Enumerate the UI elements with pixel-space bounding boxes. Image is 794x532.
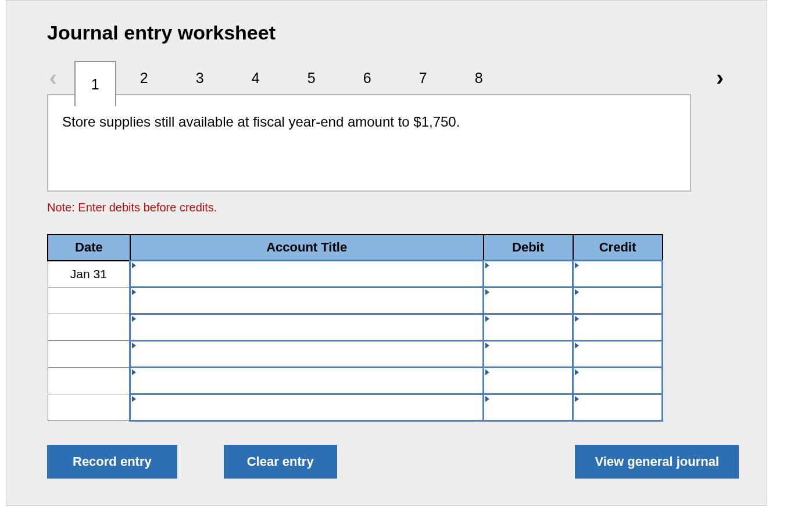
table-row bbox=[48, 368, 663, 394]
credit-cell[interactable] bbox=[573, 314, 663, 341]
debit-cell[interactable] bbox=[484, 261, 573, 287]
date-cell[interactable]: Jan 31 bbox=[48, 261, 130, 287]
account-cell[interactable] bbox=[130, 314, 484, 341]
record-entry-button[interactable]: Record entry bbox=[47, 445, 177, 479]
step-6[interactable]: 6 bbox=[339, 60, 395, 95]
table-row bbox=[48, 394, 663, 421]
chevron-left-icon[interactable]: ‹ bbox=[47, 67, 59, 89]
account-cell[interactable] bbox=[130, 261, 484, 287]
date-cell[interactable] bbox=[48, 314, 130, 341]
account-cell[interactable] bbox=[130, 341, 484, 368]
chevron-right-icon[interactable]: › bbox=[714, 67, 726, 89]
date-cell[interactable] bbox=[48, 368, 130, 394]
clear-entry-button[interactable]: Clear entry bbox=[224, 445, 337, 479]
action-buttons: Record entry Clear entry View general jo… bbox=[47, 445, 739, 479]
date-cell[interactable] bbox=[48, 341, 130, 368]
account-cell[interactable] bbox=[130, 368, 484, 394]
col-date: Date bbox=[48, 235, 130, 261]
step-8[interactable]: 8 bbox=[451, 60, 507, 95]
step-7[interactable]: 7 bbox=[395, 60, 451, 95]
step-3[interactable]: 3 bbox=[172, 60, 228, 95]
view-general-journal-button[interactable]: View general journal bbox=[575, 445, 739, 479]
table-row bbox=[48, 287, 663, 314]
debit-cell[interactable] bbox=[484, 287, 573, 314]
credit-cell[interactable] bbox=[573, 341, 663, 368]
worksheet-panel: Journal entry worksheet ‹ 1 2 3 4 5 6 7 … bbox=[6, 0, 767, 506]
col-account: Account Title bbox=[130, 235, 484, 261]
step-1[interactable]: 1 bbox=[74, 61, 116, 106]
step-2[interactable]: 2 bbox=[116, 60, 172, 95]
page-title: Journal entry worksheet bbox=[47, 21, 726, 44]
instruction-note: Note: Enter debits before credits. bbox=[47, 201, 726, 214]
col-credit: Credit bbox=[573, 235, 663, 261]
table-row bbox=[48, 341, 663, 368]
account-cell[interactable] bbox=[130, 287, 484, 314]
debit-cell[interactable] bbox=[484, 314, 573, 341]
table-row: Jan 31 bbox=[48, 261, 663, 287]
debit-cell[interactable] bbox=[484, 368, 573, 394]
credit-cell[interactable] bbox=[573, 287, 663, 314]
date-cell[interactable] bbox=[48, 287, 130, 314]
table-row bbox=[48, 314, 663, 341]
credit-cell[interactable] bbox=[573, 394, 663, 421]
debit-cell[interactable] bbox=[484, 341, 573, 368]
transaction-prompt: Store supplies still available at fiscal… bbox=[47, 94, 691, 192]
date-cell[interactable] bbox=[48, 394, 130, 421]
credit-cell[interactable] bbox=[573, 261, 663, 287]
journal-entry-table: Date Account Title Debit Credit Jan 31 bbox=[47, 234, 663, 422]
step-4[interactable]: 4 bbox=[228, 60, 284, 95]
col-debit: Debit bbox=[484, 235, 573, 261]
step-navigator: ‹ 1 2 3 4 5 6 7 8 › bbox=[47, 60, 726, 95]
account-cell[interactable] bbox=[130, 394, 484, 421]
step-5[interactable]: 5 bbox=[284, 60, 339, 95]
credit-cell[interactable] bbox=[573, 368, 663, 394]
table-header-row: Date Account Title Debit Credit bbox=[48, 235, 663, 261]
debit-cell[interactable] bbox=[484, 394, 573, 421]
